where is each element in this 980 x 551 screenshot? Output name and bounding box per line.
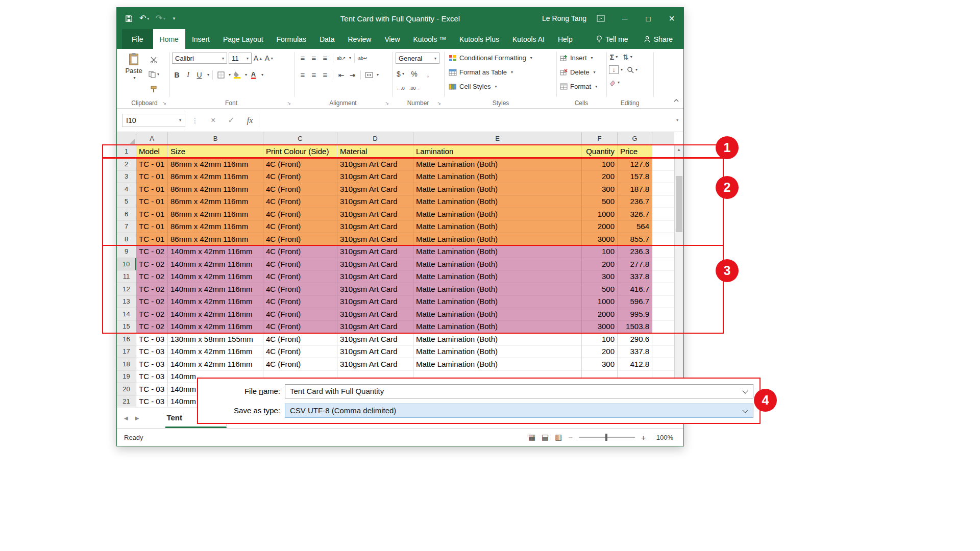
wrap-text-button[interactable]: ab↩ [358,53,368,63]
cell-spare-2[interactable] [652,158,674,171]
cell-B15[interactable]: 140mm x 42mm 116mm [168,320,263,333]
cell-A7[interactable]: TC - 01 [136,220,168,233]
format-cells-button[interactable]: Format▾ [560,80,597,93]
cell-E12[interactable]: Matte Lamination (Both) [413,283,582,296]
align-middle-button[interactable]: ≡ [309,53,318,63]
close-button[interactable]: × [660,8,683,29]
cell-A19[interactable]: TC - 03 [136,370,168,383]
cell-B17[interactable]: 140mm x 42mm 116mm [168,345,263,358]
formula-bar-expand-icon[interactable]: ▾ [676,118,678,122]
row-header-17[interactable]: 17 [117,345,136,358]
sheet-nav-right-icon[interactable]: ▶ [135,415,139,421]
row-header-2[interactable]: 2 [117,158,136,171]
cell-spare-8[interactable] [652,233,674,246]
cell-G11[interactable]: 337.8 [618,270,652,283]
cell-spare-4[interactable] [652,183,674,196]
cell-D12[interactable]: 310gsm Art Card [337,283,413,296]
customize-quick-access-icon[interactable]: ▾ [172,16,176,21]
cell-E17[interactable]: Matte Lamination (Both) [413,345,582,358]
cell-C13[interactable]: 4C (Front) [263,295,337,308]
bold-button[interactable]: B [172,69,182,80]
cell-E7[interactable]: Matte Lamination (Both) [413,220,582,233]
row-header-1[interactable]: 1 [117,145,136,158]
cell-E11[interactable]: Matte Lamination (Both) [413,270,582,283]
cell-G17[interactable]: 337.8 [618,345,652,358]
cell-E4[interactable]: Matte Lamination (Both) [413,183,582,196]
cell-B11[interactable]: 140mm x 42mm 116mm [168,270,263,283]
cell-spare-17[interactable] [652,345,674,358]
cell-A4[interactable]: TC - 01 [136,183,168,196]
cell-G12[interactable]: 416.7 [618,283,652,296]
font-dialog-launcher[interactable]: ↘ [287,101,291,106]
italic-button[interactable]: I [183,69,193,80]
font-color-button[interactable]: A [249,69,258,80]
row-header-12[interactable]: 12 [117,283,136,296]
cell-D14[interactable]: 310gsm Art Card [337,308,413,321]
row-header-6[interactable]: 6 [117,208,136,221]
cell-C8[interactable]: 4C (Front) [263,233,337,246]
cell-D8[interactable]: 310gsm Art Card [337,233,413,246]
scroll-up-icon[interactable]: ▲ [677,147,681,152]
number-dialog-launcher[interactable]: ↘ [437,101,441,106]
column-header-a[interactable]: A [136,132,168,145]
cell-D11[interactable]: 310gsm Art Card [337,270,413,283]
cell-A10[interactable]: TC - 02 [136,258,168,271]
cell-C18[interactable]: 4C (Front) [263,358,337,371]
delete-cells-button[interactable]: Delete▾ [560,66,597,79]
borders-button[interactable] [216,69,226,80]
cell-D2[interactable]: 310gsm Art Card [337,158,413,171]
cell-D13[interactable]: 310gsm Art Card [337,295,413,308]
page-break-view-button[interactable]: ▥ [555,433,562,442]
cell-A2[interactable]: TC - 01 [136,158,168,171]
cell-C7[interactable]: 4C (Front) [263,220,337,233]
row-header-19[interactable]: 19 [117,370,136,383]
cell-A8[interactable]: TC - 01 [136,233,168,246]
row-header-4[interactable]: 4 [117,183,136,196]
alignment-dialog-launcher[interactable]: ↘ [385,101,389,106]
align-left-button[interactable]: ≡ [298,69,307,80]
cell-A9[interactable]: TC - 02 [136,245,168,258]
percent-style-button[interactable]: % [409,68,419,79]
row-header-3[interactable]: 3 [117,170,136,183]
cell-B3[interactable]: 86mm x 42mm 116mm [168,170,263,183]
row-header-15[interactable]: 15 [117,320,136,333]
cell-G18[interactable]: 412.8 [618,358,652,371]
cell-C12[interactable]: 4C (Front) [263,283,337,296]
vertical-scrollbar[interactable]: ▲ [674,145,683,407]
row-header-10[interactable]: 10 [117,258,136,271]
normal-view-button[interactable]: ▦ [528,433,535,442]
font-size-select[interactable]: 11▾ [229,53,252,64]
sort-filter-button[interactable]: ⇅▾ [623,52,632,62]
cell-C2[interactable]: 4C (Front) [263,158,337,171]
cell-A16[interactable]: TC - 03 [136,333,168,346]
cell-B5[interactable]: 86mm x 42mm 116mm [168,195,263,208]
cell-D16[interactable]: 310gsm Art Card [337,333,413,346]
cell-F15[interactable]: 3000 [582,320,618,333]
zoom-level[interactable]: 100% [652,434,673,441]
decrease-decimal-button[interactable]: .00→ [409,83,421,93]
find-select-button[interactable]: ▾ [627,64,638,75]
cell-A6[interactable]: TC - 01 [136,208,168,221]
cell-A13[interactable]: TC - 02 [136,295,168,308]
ribbon-tab-kutools[interactable]: Kutools ™ [407,29,453,49]
cell-G6[interactable]: 326.7 [618,208,652,221]
zoom-slider[interactable] [579,437,635,438]
cell-E13[interactable]: Matte Lamination (Both) [413,295,582,308]
cell-C5[interactable]: 4C (Front) [263,195,337,208]
cell-A5[interactable]: TC - 01 [136,195,168,208]
clear-button[interactable]: ▾ [609,77,620,88]
cell-spare-18[interactable] [652,358,674,371]
cell-B10[interactable]: 140mm x 42mm 116mm [168,258,263,271]
cell-C3[interactable]: 4C (Front) [263,170,337,183]
cell-F7[interactable]: 2000 [582,220,618,233]
cell-E15[interactable]: Matte Lamination (Both) [413,320,582,333]
cell-E6[interactable]: Matte Lamination (Both) [413,208,582,221]
sheet-nav-left-icon[interactable]: ◀ [124,415,128,421]
number-format-select[interactable]: General▾ [396,53,439,64]
merge-center-button[interactable] [364,69,374,80]
ribbon-tab-formulas[interactable]: Formulas [270,29,313,49]
insert-function-icon[interactable]: fx [247,116,253,125]
cell-C17[interactable]: 4C (Front) [263,345,337,358]
cell-F18[interactable]: 300 [582,358,618,371]
comma-style-button[interactable]: , [423,68,433,79]
